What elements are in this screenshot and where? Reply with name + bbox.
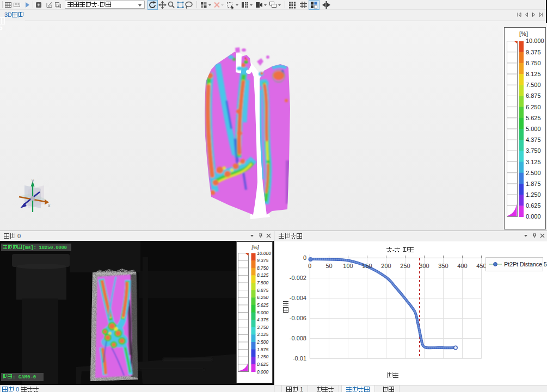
svg-text:0.000: 0.000 bbox=[257, 369, 269, 375]
svg-text:9.375: 9.375 bbox=[257, 258, 269, 263]
svg-text:5.000: 5.000 bbox=[526, 126, 541, 132]
svg-text:1.250: 1.250 bbox=[526, 191, 541, 198]
svg-text:0: 0 bbox=[303, 254, 306, 261]
svg-text:-0.004: -0.004 bbox=[290, 295, 306, 301]
svg-text:1.875: 1.875 bbox=[526, 181, 541, 187]
svg-text:-0.01: -0.01 bbox=[293, 355, 306, 362]
svg-text:3.750: 3.750 bbox=[257, 325, 269, 330]
svg-text:5.625: 5.625 bbox=[526, 115, 541, 121]
svg-text:250: 250 bbox=[400, 263, 410, 269]
svg-text:2.500: 2.500 bbox=[256, 339, 269, 345]
svg-text:-0.008: -0.008 bbox=[290, 335, 306, 341]
svg-text:100: 100 bbox=[343, 263, 353, 269]
svg-text:150: 150 bbox=[362, 263, 372, 269]
svg-text:x: x bbox=[48, 203, 51, 208]
svg-text:Pt2Pt Distance 5: Pt2Pt Distance 5 bbox=[504, 261, 547, 267]
svg-text:4.375: 4.375 bbox=[526, 136, 541, 143]
svg-text:8.125: 8.125 bbox=[257, 272, 269, 278]
svg-text:2.500: 2.500 bbox=[526, 170, 541, 176]
svg-text:1.875: 1.875 bbox=[257, 347, 269, 352]
svg-text:0: 0 bbox=[308, 263, 311, 269]
svg-text:8.750: 8.750 bbox=[257, 265, 269, 271]
svg-text:7.500: 7.500 bbox=[526, 82, 541, 88]
svg-text:8.125: 8.125 bbox=[526, 71, 541, 77]
svg-text:0.000: 0.000 bbox=[526, 213, 541, 220]
svg-text:[%]: [%] bbox=[251, 245, 259, 250]
svg-text:5.625: 5.625 bbox=[257, 302, 269, 308]
svg-text:7.500: 7.500 bbox=[257, 280, 269, 285]
svg-text:-0.002: -0.002 bbox=[290, 275, 306, 281]
svg-text:450: 450 bbox=[476, 263, 486, 269]
svg-text:-0.006: -0.006 bbox=[290, 315, 306, 321]
svg-text:0.625: 0.625 bbox=[526, 202, 541, 209]
svg-text:9.375: 9.375 bbox=[526, 49, 541, 55]
svg-text:50: 50 bbox=[325, 263, 332, 269]
svg-text:300: 300 bbox=[419, 263, 429, 269]
svg-text:200: 200 bbox=[381, 263, 391, 269]
svg-text:6.250: 6.250 bbox=[526, 104, 541, 110]
svg-text:8.750: 8.750 bbox=[526, 60, 541, 66]
svg-text:6.250: 6.250 bbox=[257, 295, 269, 300]
svg-text:3.750: 3.750 bbox=[526, 147, 541, 154]
svg-text:6.875: 6.875 bbox=[526, 92, 541, 99]
svg-text:400: 400 bbox=[457, 263, 467, 269]
svg-text:10.000: 10.000 bbox=[526, 38, 544, 44]
svg-text:[%]: [%] bbox=[519, 30, 528, 37]
svg-text:4.375: 4.375 bbox=[257, 317, 269, 322]
svg-text:3.125: 3.125 bbox=[257, 332, 269, 337]
svg-text:1.250: 1.250 bbox=[257, 354, 269, 359]
svg-text:y: y bbox=[32, 178, 34, 183]
svg-text:5.000: 5.000 bbox=[257, 310, 269, 315]
svg-text:0.625: 0.625 bbox=[257, 362, 269, 367]
svg-text:6.875: 6.875 bbox=[257, 288, 269, 293]
svg-text:350: 350 bbox=[438, 263, 448, 269]
svg-text:10.000: 10.000 bbox=[257, 251, 271, 256]
svg-text:3.125: 3.125 bbox=[526, 159, 541, 165]
